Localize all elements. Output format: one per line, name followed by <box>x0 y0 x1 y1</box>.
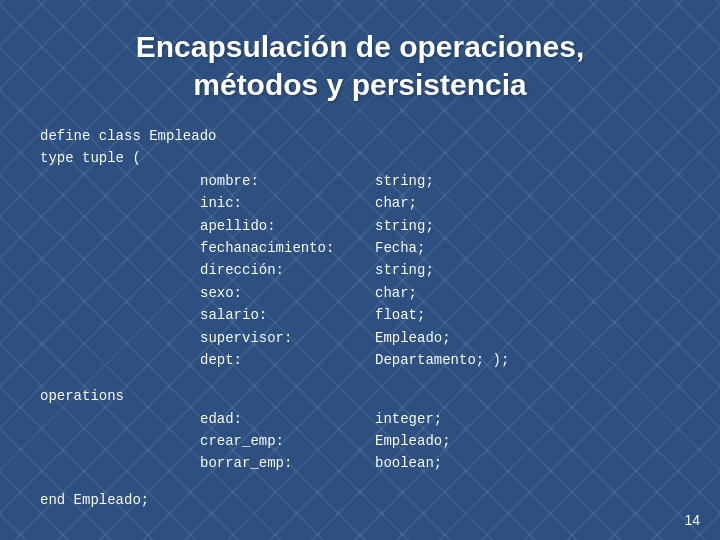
field-row: supervisor:Empleado; <box>40 327 680 349</box>
field-name: dirección: <box>200 259 375 281</box>
op-keyword <box>40 430 200 452</box>
field-row: dirección:string; <box>40 259 680 281</box>
op-name: borrar_emp: <box>200 452 375 474</box>
field-name: supervisor: <box>200 327 375 349</box>
type-empty <box>375 147 680 169</box>
field-keyword <box>40 349 200 371</box>
field-type: string; <box>375 215 680 237</box>
field-row: salario:float; <box>40 304 680 326</box>
op-name: crear_emp: <box>200 430 375 452</box>
op-type: integer; <box>375 408 680 430</box>
field-type: Fecha; <box>375 237 680 259</box>
op-row: crear_emp:Empleado; <box>40 430 680 452</box>
field-type: Empleado; <box>375 327 680 349</box>
field-keyword <box>40 237 200 259</box>
type-tuple-keyword: type tuple ( <box>40 147 200 169</box>
code-line-type-tuple: type tuple ( <box>40 147 680 169</box>
field-row: sexo:char; <box>40 282 680 304</box>
gap2 <box>40 475 680 489</box>
field-keyword <box>40 170 200 192</box>
field-keyword <box>40 327 200 349</box>
field-keyword <box>40 215 200 237</box>
field-name: dept: <box>200 349 375 371</box>
field-keyword <box>40 259 200 281</box>
operations-label: operations <box>40 385 200 407</box>
field-row: fechanacimiento:Fecha; <box>40 237 680 259</box>
field-name: salario: <box>200 304 375 326</box>
code-content: define class Empleado type tuple ( nombr… <box>40 125 680 511</box>
field-keyword <box>40 192 200 214</box>
field-type: Departamento; ); <box>375 349 680 371</box>
ops-type-empty <box>375 385 680 407</box>
code-line-define: define class Empleado <box>40 125 680 147</box>
field-name: fechanacimiento: <box>200 237 375 259</box>
field-type: string; <box>375 259 680 281</box>
field-keyword <box>40 282 200 304</box>
field-nombre <box>200 147 375 169</box>
field-name: nombre: <box>200 170 375 192</box>
op-row: edad:integer; <box>40 408 680 430</box>
slide: Encapsulación de operaciones, métodos y … <box>0 0 720 540</box>
op-name: edad: <box>200 408 375 430</box>
define-class-text: define class Empleado <box>40 125 216 147</box>
field-row: nombre:string; <box>40 170 680 192</box>
field-row: inic:char; <box>40 192 680 214</box>
op-keyword <box>40 452 200 474</box>
op-type: Empleado; <box>375 430 680 452</box>
code-line-end: end Empleado; <box>40 489 680 511</box>
end-text: end Empleado; <box>40 489 149 511</box>
ops-container: edad:integer;crear_emp:Empleado;borrar_e… <box>40 408 680 475</box>
page-number: 14 <box>684 512 700 528</box>
ops-field-empty <box>200 385 375 407</box>
op-row: borrar_emp:boolean; <box>40 452 680 474</box>
fields-container: nombre:string;inic:char;apellido:string;… <box>40 170 680 372</box>
field-type: char; <box>375 282 680 304</box>
field-row: dept:Departamento; ); <box>40 349 680 371</box>
field-name: inic: <box>200 192 375 214</box>
field-name: sexo: <box>200 282 375 304</box>
field-row: apellido:string; <box>40 215 680 237</box>
field-type: char; <box>375 192 680 214</box>
gap <box>40 371 680 385</box>
slide-title: Encapsulación de operaciones, métodos y … <box>40 28 680 103</box>
op-keyword <box>40 408 200 430</box>
field-name: apellido: <box>200 215 375 237</box>
field-type: string; <box>375 170 680 192</box>
code-line-operations: operations <box>40 385 680 407</box>
field-keyword <box>40 304 200 326</box>
field-type: float; <box>375 304 680 326</box>
op-type: boolean; <box>375 452 680 474</box>
